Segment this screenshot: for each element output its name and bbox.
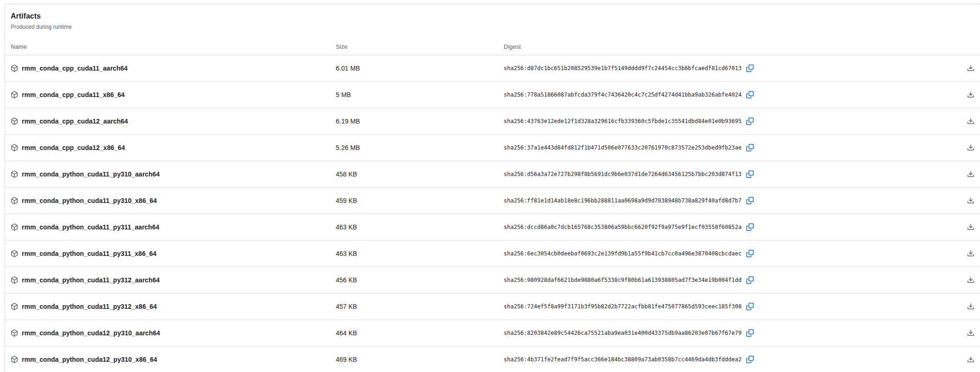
download-artifact-button[interactable] (966, 90, 975, 99)
table-row: rmm_conda_python_cuda11_py311_aarch64 46… (5, 214, 980, 241)
artifact-size: 5.26 MB (336, 144, 504, 151)
table-row: rmm_conda_python_cuda11_py311_x86_64 463… (5, 241, 980, 267)
table-row: rmm_conda_cpp_cuda11_aarch64 6.01 MB sha… (5, 55, 980, 82)
package-icon (11, 223, 18, 231)
column-header-size: Size (336, 43, 504, 50)
artifact-digest: sha256:4b371fe2fead7f9f5acc366e184bc3880… (504, 356, 742, 363)
artifact-size: 463 KB (336, 250, 504, 257)
copy-digest-button[interactable] (745, 222, 755, 232)
table-row: rmm_conda_python_cuda11_py312_x86_64 457… (5, 294, 980, 320)
table-row: rmm_conda_cpp_cuda12_aarch64 6.19 MB sha… (5, 108, 980, 135)
package-icon (11, 144, 18, 151)
artifact-digest: sha256:dccd86a0c7dcb165768c353806a59bbc6… (504, 224, 742, 230)
table-row: rmm_conda_python_cuda11_py310_aarch64 45… (5, 161, 980, 188)
copy-digest-button[interactable] (745, 275, 755, 285)
download-artifact-button[interactable] (966, 249, 975, 258)
page-title: Artifacts (11, 11, 975, 22)
package-icon (11, 117, 18, 125)
artifact-name: rmm_conda_python_cuda11_py311_aarch64 (22, 223, 160, 231)
copy-digest-button[interactable] (745, 64, 755, 73)
artifact-size: 456 KB (336, 276, 504, 284)
download-artifact-button[interactable] (966, 275, 975, 285)
download-icon (967, 303, 974, 310)
artifact-size: 469 KB (336, 356, 504, 363)
copy-icon (746, 170, 754, 178)
package-icon (11, 303, 18, 310)
artifact-size: 463 KB (336, 223, 504, 231)
package-icon (11, 276, 18, 284)
artifact-digest: sha256:ff81e1d14ab18e8c196bb288811aa0698… (504, 197, 742, 204)
copy-digest-button[interactable] (745, 143, 755, 152)
copy-digest-button[interactable] (745, 355, 755, 364)
copy-digest-button[interactable] (745, 117, 755, 126)
table-row: rmm_conda_cpp_cuda11_x86_64 5 MB sha256:… (5, 82, 980, 108)
column-header-name: Name (11, 43, 336, 50)
download-icon (967, 223, 974, 231)
artifact-digest: sha256:43763e12ede12f1d328a329616cfb3393… (504, 118, 742, 124)
artifact-name: rmm_conda_python_cuda12_py310_x86_64 (22, 356, 157, 363)
copy-digest-button[interactable] (745, 328, 755, 338)
artifact-name: rmm_conda_python_cuda12_py310_aarch64 (22, 329, 160, 337)
copy-digest-button[interactable] (745, 196, 755, 205)
table-row: rmm_conda_python_cuda12_py310_x86_64 469… (5, 346, 980, 372)
artifact-size: 464 KB (336, 329, 504, 337)
artifact-name: rmm_conda_cpp_cuda12_x86_64 (22, 144, 125, 151)
copy-digest-button[interactable] (745, 302, 755, 311)
copy-digest-button[interactable] (745, 90, 755, 99)
download-artifact-button[interactable] (966, 64, 975, 73)
download-icon (967, 329, 974, 337)
download-artifact-button[interactable] (966, 328, 975, 338)
artifact-name: rmm_conda_cpp_cuda11_x86_64 (22, 91, 125, 98)
download-artifact-button[interactable] (966, 170, 975, 179)
copy-icon (746, 303, 754, 310)
artifact-digest: sha256:8203842e89c54426ca75521aba9ea031e… (504, 330, 742, 336)
table-header-row: Name Size Digest (5, 39, 980, 55)
artifact-name: rmm_conda_python_cuda11_py310_aarch64 (22, 170, 160, 178)
artifact-name: rmm_conda_python_cuda11_py312_aarch64 (22, 276, 160, 284)
copy-icon (746, 250, 754, 257)
package-icon (11, 170, 18, 178)
artifact-size: 458 KB (336, 170, 504, 178)
download-artifact-button[interactable] (966, 143, 975, 152)
copy-icon (746, 356, 754, 363)
package-icon (11, 65, 18, 72)
artifacts-card: Artifacts Produced during runtime Name S… (5, 4, 980, 372)
table-row: rmm_conda_python_cuda11_py312_aarch64 45… (5, 267, 980, 294)
download-icon (967, 356, 974, 363)
download-artifact-button[interactable] (966, 222, 975, 232)
copy-icon (746, 197, 754, 204)
download-icon (967, 197, 974, 204)
artifact-name: rmm_conda_cpp_cuda11_aarch64 (22, 65, 128, 72)
package-icon (11, 356, 18, 363)
artifact-digest: sha256:778a51866087abfcda379f4c7436420c4… (504, 91, 742, 98)
package-icon (11, 329, 18, 337)
column-header-digest: Digest (504, 43, 955, 50)
copy-icon (746, 91, 754, 98)
artifact-name: rmm_conda_python_cuda11_py311_x86_64 (22, 250, 156, 257)
copy-icon (746, 65, 754, 72)
package-icon (11, 197, 18, 204)
artifact-size: 6.01 MB (336, 65, 504, 72)
download-artifact-button[interactable] (966, 302, 975, 311)
package-icon (11, 250, 18, 257)
download-icon (967, 170, 974, 178)
artifact-name: rmm_conda_python_cuda11_py310_x86_64 (22, 197, 157, 204)
copy-digest-button[interactable] (745, 249, 755, 258)
artifact-size: 6.19 MB (336, 117, 504, 125)
artifact-size: 457 KB (336, 303, 504, 310)
artifact-size: 5 MB (336, 91, 504, 98)
artifact-digest: sha256:6ec3054cb0deebaf0693c2e139fd9b1a5… (504, 250, 742, 257)
artifacts-card-header: Artifacts Produced during runtime (5, 4, 980, 31)
copy-digest-button[interactable] (745, 170, 755, 179)
page-subtitle: Produced during runtime (11, 23, 975, 31)
artifact-digest: sha256:724ef5f8a99f3171b3f95b82d2b7722ac… (504, 303, 742, 310)
download-artifact-button[interactable] (966, 196, 975, 205)
copy-icon (746, 117, 754, 125)
table-row: rmm_conda_python_cuda11_py310_x86_64 459… (5, 188, 980, 214)
download-icon (967, 91, 974, 98)
download-icon (967, 117, 974, 125)
artifacts-table-body: rmm_conda_cpp_cuda11_aarch64 6.01 MB sha… (5, 55, 980, 372)
copy-icon (746, 144, 754, 151)
download-artifact-button[interactable] (966, 117, 975, 126)
download-artifact-button[interactable] (966, 355, 975, 364)
